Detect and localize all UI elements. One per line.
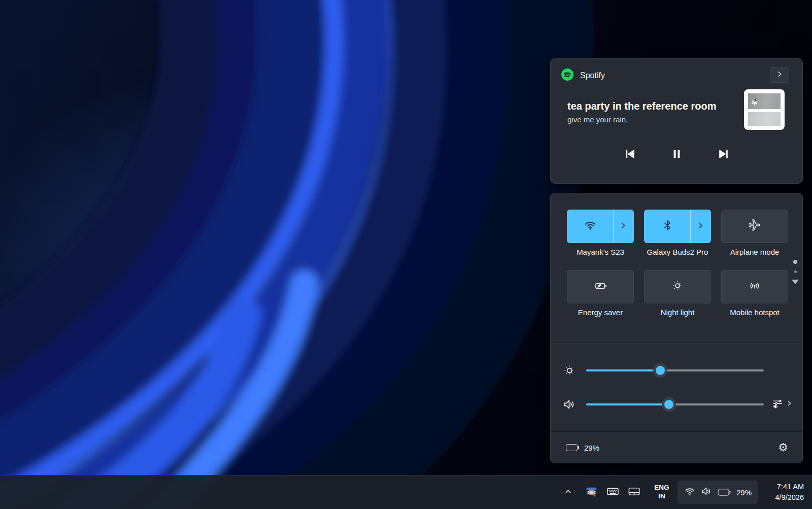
spotify-header: Spotify — [561, 68, 605, 83]
wifi-icon — [584, 219, 597, 234]
touch-keyboard-button[interactable] — [603, 481, 623, 503]
volume-row — [562, 387, 793, 421]
brightness-icon — [562, 364, 577, 377]
keyboard-icon — [606, 485, 620, 500]
brightness-slider[interactable] — [586, 365, 764, 376]
quick-settings-tiles: Mayank's S23 Galaxy Buds2 Pro Airplane m… — [567, 210, 788, 330]
settings-gear-icon[interactable]: ⚙ — [778, 442, 788, 453]
virtual-touchpad-button[interactable] — [625, 481, 644, 503]
wifi-expand[interactable] — [613, 210, 633, 243]
speaker-icon — [701, 486, 712, 499]
tile-label-bluetooth: Galaxy Buds2 Pro — [644, 248, 711, 256]
brightness-row — [562, 353, 793, 387]
quick-settings-footer: 29% ⚙ — [551, 432, 802, 463]
spotify-logo-icon — [561, 68, 574, 83]
night-light-icon — [671, 279, 684, 294]
battery-status[interactable]: 29% — [566, 444, 599, 452]
wifi-icon — [684, 486, 695, 499]
battery-icon — [566, 444, 579, 451]
quick-settings-panel: Mayank's S23 Galaxy Buds2 Pro Airplane m… — [550, 193, 803, 463]
track-artist: give me your rain, — [567, 115, 740, 124]
tile-energy-saver[interactable] — [567, 270, 634, 303]
tile-label-mobile-hotspot: Mobile hotspot — [721, 308, 788, 317]
touchpad-icon — [627, 485, 641, 500]
page-dot-current[interactable] — [793, 260, 797, 264]
volume-slider[interactable] — [586, 399, 764, 410]
spotify-media-card: Spotify tea party in the reference room … — [550, 58, 803, 184]
volume-thumb[interactable] — [664, 400, 673, 409]
volume-fill — [586, 403, 668, 405]
tile-mobile-hotspot[interactable] — [721, 270, 788, 303]
speaker-icon — [562, 398, 577, 411]
audio-output-mixer-icon[interactable] — [771, 397, 784, 412]
volume-expand-chevron-icon[interactable] — [786, 399, 793, 409]
next-track-button[interactable] — [716, 146, 731, 161]
chevron-right-icon — [775, 70, 784, 80]
mobile-hotspot-icon — [748, 279, 761, 294]
chevron-up-icon — [564, 487, 572, 498]
tile-label-wifi: Mayank's S23 — [567, 248, 634, 256]
spotify-expand-button[interactable] — [770, 67, 789, 83]
language-switcher[interactable]: ENG IN — [649, 481, 674, 503]
previous-track-button[interactable] — [622, 146, 637, 161]
sliders-section — [551, 343, 802, 431]
taskbar: ENG IN — [0, 475, 812, 509]
battery-percent-label: 29% — [584, 444, 599, 452]
date-label: 4/9/2026 — [775, 492, 804, 503]
tiles-page-indicator — [793, 260, 798, 284]
bluetooth-toggle[interactable] — [645, 210, 690, 243]
scroll-down-arrow-icon[interactable] — [792, 280, 799, 284]
album-art-bottom-band — [748, 112, 781, 126]
tile-airplane-mode[interactable] — [721, 210, 788, 243]
quick-settings-button[interactable]: 29% — [678, 481, 758, 504]
tile-label-airplane: Airplane mode — [721, 248, 788, 256]
hidden-icons-button[interactable] — [560, 481, 577, 503]
tile-night-light[interactable] — [644, 270, 711, 303]
brightness-fill — [586, 369, 659, 371]
tile-label-energy-saver: Energy saver — [567, 308, 634, 317]
bluetooth-icon — [661, 219, 673, 233]
language-line2: IN — [658, 492, 665, 501]
album-art-flower — [749, 97, 760, 109]
language-line1: ENG — [654, 484, 669, 492]
wifi-toggle[interactable] — [567, 210, 613, 243]
media-controls — [551, 146, 802, 161]
tray-search-app-button[interactable] — [582, 481, 601, 503]
pause-button[interactable] — [669, 146, 684, 161]
energy-saver-icon — [594, 279, 607, 295]
bluetooth-expand[interactable] — [690, 210, 710, 243]
track-title: tea party in the reference room — [567, 100, 740, 112]
battery-icon — [718, 489, 731, 495]
album-art — [744, 89, 785, 130]
tile-bluetooth[interactable] — [644, 210, 711, 243]
desktop: Spotify tea party in the reference room … — [0, 0, 812, 509]
time-label: 7:41 AM — [777, 482, 804, 492]
chevron-right-icon — [620, 222, 627, 231]
page-dot-next[interactable] — [794, 270, 797, 273]
tray-battery-percent: 29% — [736, 488, 752, 497]
search-window-icon — [585, 485, 598, 500]
airplane-icon — [748, 219, 761, 234]
chevron-right-icon — [697, 222, 704, 231]
tile-wifi[interactable] — [567, 210, 634, 243]
clock[interactable]: 7:41 AM 4/9/2026 — [762, 481, 806, 503]
tile-label-night-light: Night light — [644, 308, 711, 317]
spotify-app-name: Spotify — [580, 71, 605, 80]
brightness-thumb[interactable] — [656, 366, 665, 375]
